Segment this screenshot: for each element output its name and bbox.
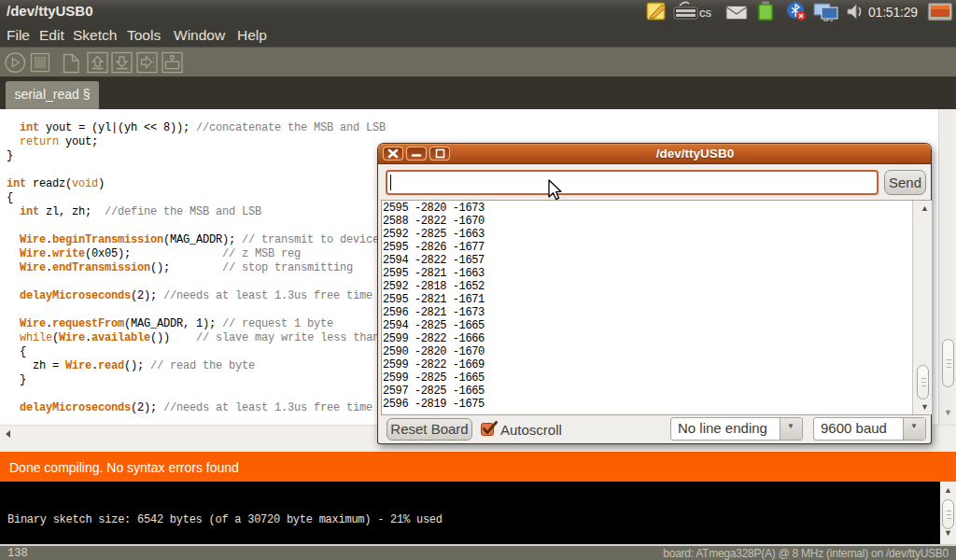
svg-text:cs: cs [699,6,712,20]
